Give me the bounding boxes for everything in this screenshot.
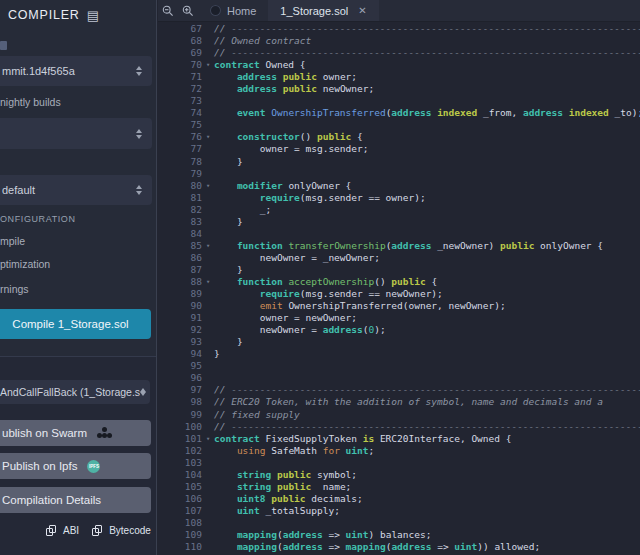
- zoom-out-icon[interactable]: [158, 0, 178, 21]
- fold-arrow-icon[interactable]: ▾: [202, 131, 214, 143]
- auto-compile-label[interactable]: mpile: [0, 235, 25, 247]
- line-number: 82: [158, 204, 202, 216]
- remix-logo-icon: [210, 5, 221, 16]
- code-text: modifier onlyOwner {: [214, 180, 351, 192]
- code-line: 97// -----------------------------------…: [158, 384, 640, 396]
- line-number: 109: [158, 529, 202, 541]
- compilation-details-button[interactable]: Compilation Details: [0, 487, 151, 513]
- bytecode-label[interactable]: Bytecode: [109, 525, 151, 536]
- code-text: }: [214, 156, 243, 168]
- code-line: 73: [158, 95, 640, 107]
- code-text: uint8 public decimals;: [214, 493, 363, 505]
- evm-version-value: default: [2, 184, 35, 196]
- fold-spacer: [202, 228, 214, 240]
- line-number: 68: [158, 35, 202, 47]
- remix-ide-app: COMPILER ▤ mmit.1d4f565a nightly builds …: [0, 0, 640, 555]
- compile-button[interactable]: Compile 1_Storage.sol: [0, 309, 151, 339]
- line-number: 104: [158, 469, 202, 481]
- code-line: 107 uint _totalSupply;: [158, 505, 640, 517]
- line-number: 105: [158, 481, 202, 493]
- code-text: emit OwnershipTransferred(owner, newOwne…: [214, 300, 506, 312]
- code-text: require(msg.sender == newOwner);: [214, 288, 443, 300]
- code-line: 82 _;: [158, 204, 640, 216]
- code-text: // fixed supply: [214, 409, 300, 421]
- fold-spacer: [202, 168, 214, 180]
- line-number: 103: [158, 457, 202, 469]
- code-text: // ERC20 Token, with the addition of sym…: [214, 396, 603, 408]
- fold-spacer: [202, 529, 214, 541]
- code-text: string public symbol;: [214, 469, 357, 481]
- code-text: // -------------------------------------…: [214, 384, 640, 396]
- copy-bytecode-icon[interactable]: [92, 525, 102, 536]
- evm-version-select[interactable]: default: [0, 175, 152, 205]
- fold-spacer: [202, 95, 214, 107]
- publish-on-swarm-button[interactable]: ublish on Swarm: [0, 420, 151, 446]
- fold-spacer: [202, 517, 214, 529]
- code-line: 104 string public symbol;: [158, 469, 640, 481]
- fold-arrow-icon[interactable]: ▾: [202, 276, 214, 288]
- truncated-icon: [0, 41, 7, 50]
- code-line: 71 address public owner;: [158, 71, 640, 83]
- fold-spacer: [202, 360, 214, 372]
- line-number: 94: [158, 348, 202, 360]
- code-line: 70▾contract Owned {: [158, 59, 640, 71]
- tab-home-label: Home: [227, 5, 256, 17]
- close-icon[interactable]: ✕: [358, 5, 366, 16]
- code-line: 78 }: [158, 156, 640, 168]
- line-number: 100: [158, 421, 202, 433]
- publish-on-ipfs-button[interactable]: Publish on Ipfs IPFS: [0, 453, 151, 479]
- code-line: 93 }: [158, 336, 640, 348]
- line-number: 74: [158, 107, 202, 119]
- select-arrows-icon: [136, 129, 142, 139]
- fold-spacer: [202, 409, 214, 421]
- code-line: 101▾contract FixedSupplyToken is ERC20In…: [158, 433, 640, 445]
- fold-spacer: [202, 192, 214, 204]
- line-number: 81: [158, 192, 202, 204]
- fold-spacer: [202, 348, 214, 360]
- line-number: 106: [158, 493, 202, 505]
- code-line: 72 address public newOwner;: [158, 83, 640, 95]
- contract-select[interactable]: AndCallFallBack (1_Storage.s: [0, 380, 150, 404]
- fold-spacer: [202, 288, 214, 300]
- editor-tab-bar: Home 1_Storage.sol ✕: [158, 0, 640, 22]
- code-text: uint _totalSupply;: [214, 505, 340, 517]
- fold-spacer: [202, 396, 214, 408]
- code-text: owner = msg.sender;: [214, 143, 368, 155]
- line-number: 88: [158, 276, 202, 288]
- nightly-builds-label[interactable]: nightly builds: [0, 96, 61, 108]
- hide-warnings-label[interactable]: rnings: [0, 283, 29, 295]
- copy-abi-icon[interactable]: [46, 525, 56, 536]
- code-line: 67// -----------------------------------…: [158, 23, 640, 35]
- code-text: address public owner;: [214, 71, 357, 83]
- code-line: 75: [158, 119, 640, 131]
- code-line: 100// ----------------------------------…: [158, 421, 640, 433]
- code-area[interactable]: 67// -----------------------------------…: [158, 23, 640, 555]
- code-text: _;: [214, 204, 271, 216]
- code-line: 96: [158, 372, 640, 384]
- line-number: 108: [158, 517, 202, 529]
- tab-file-storage-sol[interactable]: 1_Storage.sol ✕: [268, 0, 378, 21]
- line-number: 99: [158, 409, 202, 421]
- compiler-version-select[interactable]: mmit.1d4f565a: [0, 56, 152, 86]
- code-line: 95: [158, 360, 640, 372]
- enable-optimization-label[interactable]: ptimization: [0, 258, 50, 270]
- tab-home[interactable]: Home: [198, 0, 268, 21]
- fold-arrow-icon[interactable]: ▾: [202, 433, 214, 445]
- line-number: 96: [158, 372, 202, 384]
- language-select[interactable]: [0, 118, 152, 149]
- line-number: 91: [158, 312, 202, 324]
- fold-spacer: [202, 384, 214, 396]
- fold-arrow-icon[interactable]: ▾: [202, 240, 214, 252]
- code-line: 88▾ function acceptOwnership() public {: [158, 276, 640, 288]
- fold-spacer: [202, 481, 214, 493]
- abi-label[interactable]: ABI: [63, 525, 79, 536]
- code-text: // -------------------------------------…: [214, 23, 640, 35]
- fold-arrow-icon[interactable]: ▾: [202, 180, 214, 192]
- fold-arrow-icon[interactable]: ▾: [202, 59, 214, 71]
- ipfs-badge-icon: IPFS: [87, 460, 100, 473]
- code-line: 69// -----------------------------------…: [158, 47, 640, 59]
- zoom-in-icon[interactable]: [178, 0, 198, 21]
- fold-spacer: [202, 47, 214, 59]
- fold-spacer: [202, 252, 214, 264]
- code-text: using SafeMath for uint;: [214, 445, 374, 457]
